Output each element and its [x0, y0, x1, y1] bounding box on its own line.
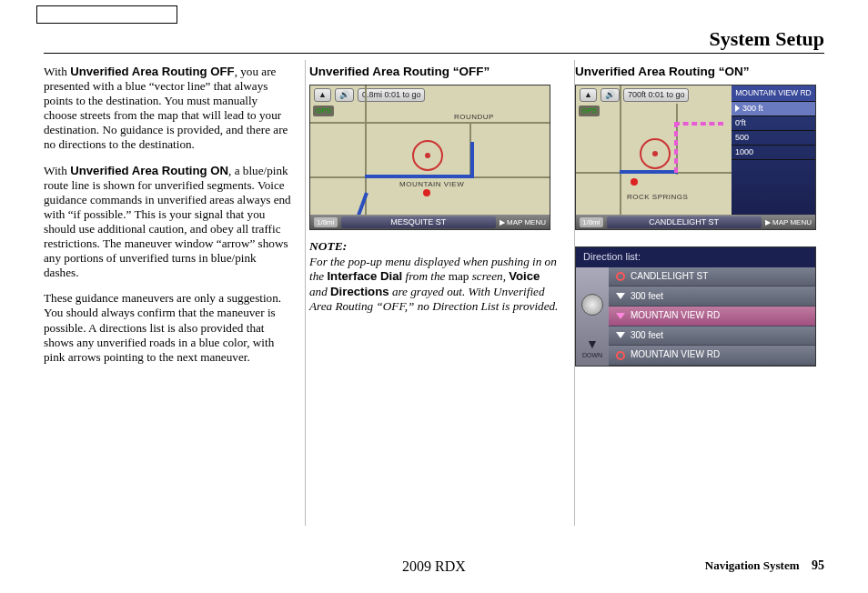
direction-row[interactable]: CANDLELIGHT ST: [609, 267, 815, 287]
direction-row[interactable]: 300 feet: [609, 327, 815, 347]
model-year: 2009 RDX: [402, 558, 466, 575]
map-screenshot-on: ▲ 🔊 700ft 0:01 to go GPS ROCK SPRINGS MO…: [575, 85, 816, 230]
column-3: Unverified Area Routing “ON” ▲ 🔊 700ft 0…: [575, 65, 824, 376]
down-arrow-icon[interactable]: ▼: [582, 337, 602, 352]
note-body: For the pop-up menu displayed when pushi…: [309, 255, 559, 315]
destination-icon: [412, 140, 443, 171]
column-1: With Unverified Area Routing OFF, you ar…: [44, 65, 293, 376]
road-label-rocksprings: ROCK SPRINGS: [627, 193, 688, 202]
gps-indicator: GPS: [579, 106, 600, 116]
page-number: 95: [812, 558, 824, 572]
footer-section: Navigation System: [705, 558, 800, 572]
direction-row[interactable]: MOUNTAIN VIEW RD: [609, 307, 815, 327]
map-screenshot-off: ▲ 🔊 0.8mi 0:01 to go GPS ROUNDUP MOUNTAI…: [309, 85, 550, 230]
waypoint-icon: [631, 178, 638, 186]
destination-icon: [640, 138, 671, 169]
road-label-mtnview: MOUNTAIN VIEW: [399, 180, 464, 189]
page-footer: 2009 RDX Navigation System 95: [44, 558, 824, 573]
map-menu-button[interactable]: ▶ MAP MENU: [500, 218, 546, 227]
para-on: With Unverified Area Routing ON, a blue/…: [44, 164, 293, 281]
column-divider: [305, 60, 306, 526]
page-title: System Setup: [44, 27, 824, 51]
para-suggestion: These guidance maneuvers are only a sugg…: [44, 291, 293, 364]
scale-tick: 1000: [732, 146, 815, 160]
maneuver-distance: 300 ft: [732, 102, 815, 116]
scale-tick: 0'ft: [732, 116, 815, 131]
voice-icon: 🔊: [335, 88, 354, 102]
distance-time: 700ft 0:01 to go: [623, 88, 690, 102]
subhead-on: Unverified Area Routing “ON”: [575, 65, 824, 79]
note-label: NOTE:: [309, 239, 559, 254]
map-menu-button[interactable]: ▶ MAP MENU: [765, 218, 812, 227]
turn-arrow-icon: [616, 332, 625, 338]
direction-list-panel: Direction list: ▼ DOWN CANDLELIGHT ST 30…: [575, 246, 816, 367]
map-scale: 1/8mi: [314, 217, 338, 228]
north-icon: ▲: [314, 88, 331, 102]
direction-row[interactable]: MOUNTAIN VIEW RD: [609, 346, 815, 366]
north-icon: ▲: [580, 88, 597, 102]
page-header: System Setup: [44, 27, 824, 54]
current-street: CANDLELIGHT ST: [607, 216, 762, 228]
destination-icon: [616, 272, 625, 281]
subhead-off: Unverified Area Routing “OFF”: [309, 65, 559, 79]
turn-arrow-icon: [616, 293, 625, 299]
direction-row[interactable]: 300 feet: [609, 286, 815, 307]
arrow-icon: [735, 105, 740, 112]
maneuver-panel: MOUNTAIN VIEW RD 300 ft 0'ft 500 1000: [732, 85, 815, 215]
header-empty-box: [36, 5, 177, 24]
distance-time: 0.8mi 0:01 to go: [358, 88, 426, 102]
gps-indicator: GPS: [313, 106, 334, 116]
column-2: Unverified Area Routing “OFF” ▲ 🔊 0.8mi …: [309, 65, 559, 376]
destination-icon: [616, 351, 625, 360]
down-label: DOWN: [582, 352, 602, 360]
direction-list-title: Direction list:: [576, 247, 815, 266]
map-scale: 1/8mi: [580, 217, 603, 228]
para-off: With Unverified Area Routing OFF, you ar…: [44, 65, 293, 153]
road-label-roundup: ROUNDUP: [454, 113, 494, 122]
dial-knob-icon[interactable]: [581, 294, 603, 316]
waypoint-icon: [423, 189, 430, 196]
current-street: MESQUITE ST: [341, 216, 496, 228]
voice-icon: 🔊: [601, 88, 620, 102]
turn-arrow-icon: [616, 313, 625, 319]
scale-tick: 500: [732, 131, 815, 146]
maneuver-road: MOUNTAIN VIEW RD: [732, 85, 815, 101]
